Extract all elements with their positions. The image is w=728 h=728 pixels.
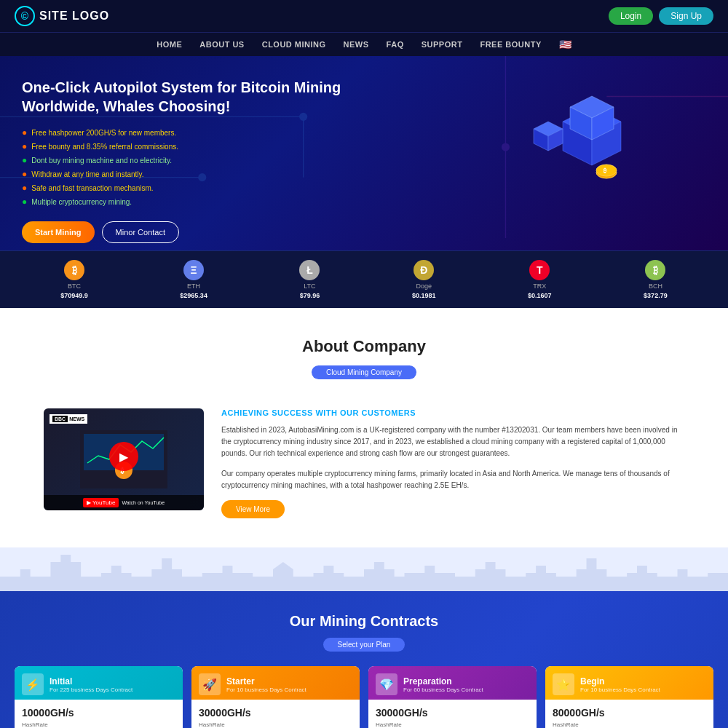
hashrate-preparation: 30000GH/s — [376, 707, 529, 719]
ticker-bch: ₿ BCH $372.79 — [644, 260, 668, 299]
card-body-starter: 30000GH/s HashRate Min Deposit - $500 Da… — [191, 700, 360, 728]
hero-section: One-Click Autopilot System for Bitcoin M… — [0, 56, 728, 250]
nav-news[interactable]: NEWS — [344, 40, 369, 49]
card-body-preparation: 30000GH/s HashRate Min Deposit - $4000 D… — [368, 700, 537, 728]
nav-faq[interactable]: FAQ — [387, 40, 404, 49]
hero-illustration: ₿ — [419, 78, 706, 194]
doge-price: $0.1981 — [412, 292, 436, 299]
card-duration-starter: For 10 business Days Contract — [226, 687, 306, 693]
card-header-text-preparation: Preparation For 60 business Days Contrac… — [403, 676, 483, 693]
card-name-begin: Begin — [580, 676, 660, 687]
card-body-initial: 10000GH/s HashRate Min Deposit - $30 Dai… — [15, 700, 183, 728]
about-subtitle: ACHIEVING SUCCESS WITH OUR CUSTOMERS — [221, 408, 684, 417]
doge-icon: Ð — [414, 260, 434, 280]
hashrate-label-initial: HashRate — [22, 721, 175, 728]
video-news-label: BBC NEWS — [50, 414, 87, 424]
card-body-begin: 80000GH/s HashRate Min Deposit - $8000 D… — [545, 700, 713, 728]
about-section: About Company Cloud Mining Company ₿ BBC… — [0, 308, 728, 547]
bullet-text-2: Free bounty and 8.35% referral commissio… — [31, 143, 178, 151]
btc-price: $70949.9 — [60, 292, 88, 299]
doge-name: Doge — [416, 282, 432, 290]
bullet-text-1: Free hashpower 200GH/S for new members. — [31, 129, 176, 137]
bullet-text-4: Withdraw at any time and instantly. — [31, 170, 143, 178]
eth-price: $2965.34 — [180, 292, 207, 299]
bullet-5: ● Safe and fast transaction mechanism. — [22, 183, 398, 193]
youtube-overlay: ▶ YouTube Watch on YouTube — [44, 495, 204, 510]
card-duration-begin: For 10 business Days Contract — [580, 687, 660, 693]
hashrate-starter: 30000GH/s — [199, 707, 352, 719]
bullet-icon-2: ● — [22, 141, 27, 151]
about-text: ACHIEVING SUCCESS WITH OUR CUSTOMERS Est… — [221, 408, 684, 518]
about-desc-1: Established in 2023, AutobasiMining.com … — [221, 424, 684, 459]
contract-card-preparation: 💎 Preparation For 60 business Days Contr… — [368, 666, 537, 728]
contract-card-starter: 🚀 Starter For 10 business Days Contract … — [191, 666, 360, 728]
trx-name: TRX — [533, 282, 546, 290]
watch-on-label: Watch on YouTube — [122, 500, 165, 505]
signup-button[interactable]: Sign Up — [659, 7, 713, 25]
card-duration-preparation: For 60 business Days Contract — [403, 687, 483, 693]
start-mining-button[interactable]: Start Mining — [22, 221, 95, 243]
card-icon-preparation: 💎 — [376, 673, 397, 695]
bch-price: $372.79 — [644, 292, 668, 299]
nav-support[interactable]: SUPPORT — [422, 40, 463, 49]
ticker-ltc: Ł LTC $79.96 — [299, 260, 320, 299]
bullet-6: ● Multiple cryptocurrency mining. — [22, 197, 398, 207]
card-icon-initial: ⚡ — [22, 673, 44, 695]
hero-bullets: ● Free hashpower 200GH/S for new members… — [22, 127, 398, 207]
mining-rig-svg: ₿ — [490, 78, 636, 194]
ticker-eth: Ξ ETH $2965.34 — [180, 260, 207, 299]
card-name-preparation: Preparation — [403, 676, 483, 687]
card-icon-begin: ⭐ — [553, 673, 574, 695]
news-text: NEWS — [69, 416, 84, 422]
bullet-icon-5: ● — [22, 183, 27, 193]
trx-price: $0.1607 — [528, 292, 552, 299]
card-header-text-starter: Starter For 10 business Days Contract — [226, 676, 306, 693]
about-content: ₿ BBC NEWS ▶ ▶ YouTube Watch on YouTube … — [44, 408, 684, 518]
about-badge-container: Cloud Mining Company — [44, 365, 684, 394]
bullet-4: ● Withdraw at any time and instantly. — [22, 169, 398, 179]
card-header-text-initial: Initial For 225 business Days Contract — [50, 676, 132, 693]
login-button[interactable]: Login — [609, 7, 653, 25]
card-name-initial: Initial — [50, 676, 132, 687]
btc-icon: ₿ — [64, 260, 84, 280]
contract-card-begin: ⭐ Begin For 10 business Days Contract 80… — [545, 666, 713, 728]
bullet-icon-6: ● — [22, 197, 27, 207]
contracts-badge-container: Select your Plan — [15, 637, 713, 652]
cityscape-divider — [0, 547, 728, 591]
contracts-title: Our Mining Contracts — [15, 613, 713, 630]
ltc-price: $79.96 — [300, 292, 320, 299]
card-icon-starter: 🚀 — [199, 673, 221, 695]
svg-point-16 — [596, 165, 617, 176]
ltc-icon: Ł — [299, 260, 320, 280]
ticker-btc: ₿ BTC $70949.9 — [60, 260, 88, 299]
hashrate-begin: 80000GH/s — [553, 707, 706, 719]
video-thumbnail[interactable]: ₿ BBC NEWS ▶ ▶ YouTube Watch on YouTube — [44, 408, 204, 510]
crypto-ticker: ₿ BTC $70949.9 Ξ ETH $2965.34 Ł LTC $79.… — [0, 250, 728, 308]
nav-home[interactable]: HOME — [157, 40, 182, 49]
bullet-2: ● Free bounty and 8.35% referral commiss… — [22, 141, 398, 151]
nav-about[interactable]: ABOUT US — [199, 40, 244, 49]
trx-icon: T — [529, 260, 550, 280]
header: © SITE LOGO Login Sign Up — [0, 0, 728, 32]
card-header-begin: ⭐ Begin For 10 business Days Contract — [545, 666, 713, 700]
card-header-preparation: 💎 Preparation For 60 business Days Contr… — [368, 666, 537, 700]
hashrate-label-begin: HashRate — [553, 721, 706, 728]
view-more-button[interactable]: View More — [221, 500, 285, 518]
hero-content: One-Click Autopilot System for Bitcoin M… — [22, 78, 706, 243]
card-header-starter: 🚀 Starter For 10 business Days Contract — [191, 666, 360, 700]
logo-text: SITE LOGO — [39, 9, 109, 23]
play-button[interactable]: ▶ — [109, 442, 138, 471]
bch-name: BCH — [649, 282, 662, 290]
language-flag[interactable]: 🇺🇸 — [559, 39, 571, 50]
contracts-grid-row1: ⚡ Initial For 225 business Days Contract… — [15, 666, 713, 728]
bullet-text-6: Multiple cryptocurrency mining. — [31, 198, 132, 206]
nav-free-bounty[interactable]: FREE BOUNTY — [480, 40, 541, 49]
minor-contact-button[interactable]: Minor Contact — [102, 221, 179, 243]
about-badge: Cloud Mining Company — [312, 365, 416, 379]
header-buttons: Login Sign Up — [609, 7, 713, 25]
card-duration-initial: For 225 business Days Contract — [50, 687, 132, 693]
bullet-3: ● Dont buy mining machine and no electri… — [22, 155, 398, 165]
eth-name: ETH — [187, 282, 200, 290]
card-name-starter: Starter — [226, 676, 306, 687]
nav-cloud-mining[interactable]: CLOUD MINING — [262, 40, 326, 49]
